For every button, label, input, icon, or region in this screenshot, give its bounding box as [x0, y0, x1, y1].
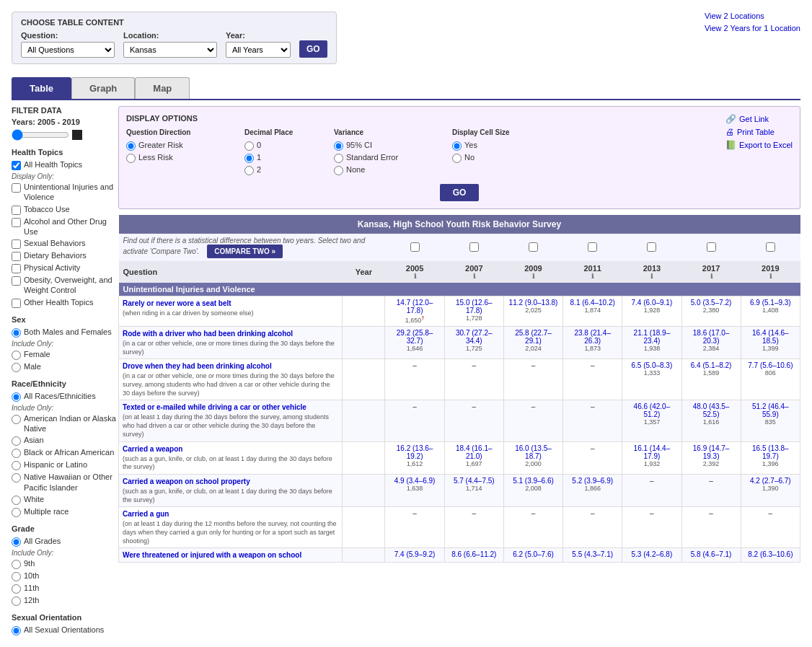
alcohol-drug-checkbox[interactable] — [12, 218, 21, 227]
display-options-title: DISPLAY OPTIONS — [126, 114, 793, 123]
ci-95-radio[interactable] — [334, 141, 343, 151]
table-row: Carried a gun(on at least 1 day during t… — [119, 507, 800, 548]
obesity-checkbox[interactable] — [12, 276, 21, 286]
checkbox-2007[interactable] — [444, 234, 503, 261]
section-header-row: Unintentional Injuries and Violence — [119, 283, 800, 296]
asian-radio[interactable] — [12, 436, 21, 446]
year-label-cell — [343, 441, 385, 474]
male-label: Male — [24, 361, 41, 371]
sexual-behaviors-checkbox[interactable] — [12, 239, 21, 249]
question-col-header: Question — [119, 261, 343, 283]
other-health-topics-label: Other Health Topics — [24, 297, 93, 307]
hispanic-radio[interactable] — [12, 461, 21, 470]
cell-size-no-radio[interactable] — [452, 154, 462, 163]
checkbox-2009[interactable] — [503, 234, 562, 261]
table-row: Were threatened or injured with a weapon… — [119, 548, 800, 563]
greater-risk-radio[interactable] — [126, 141, 136, 151]
checkbox-2005[interactable] — [385, 234, 444, 261]
multiple-race-radio[interactable] — [12, 508, 21, 517]
filter-sidebar: FILTER DATA Years: 2005 - 2019 Health To… — [12, 106, 118, 643]
data-cell: 7.4 (6.0–9.1)1,928 — [622, 296, 681, 327]
question-select[interactable]: All Questions — [21, 42, 115, 58]
print-table-link[interactable]: 🖨 Print Table — [725, 127, 793, 137]
get-link-link[interactable]: 🔗 Get Link — [725, 114, 793, 124]
tab-table[interactable]: Table — [12, 77, 71, 99]
american-indian-label: American Indian or Alaska Native — [24, 413, 118, 434]
data-cell: – — [444, 507, 503, 548]
race-include-label: Include Only: — [12, 404, 118, 412]
all-orientations-radio[interactable] — [12, 626, 21, 635]
checkbox-2013[interactable] — [622, 234, 681, 261]
all-health-topics-checkbox[interactable] — [12, 161, 21, 170]
tobacco-use-checkbox[interactable] — [12, 206, 21, 215]
grade-10-radio[interactable] — [12, 572, 21, 581]
data-cell: 6.4 (5.1–8.2)1,589 — [681, 359, 741, 400]
data-cell: 16.0 (13.5–18.7)2,000 — [503, 441, 562, 474]
grade-9-radio[interactable] — [12, 560, 21, 569]
compare-two-button[interactable]: COMPARE TWO » — [207, 245, 283, 258]
year-label-cell — [343, 548, 385, 563]
checkbox-2011[interactable] — [563, 234, 622, 261]
export-excel-link[interactable]: 📗 Export to Excel — [725, 140, 793, 150]
years-end-marker — [72, 130, 82, 140]
data-cell: – — [503, 359, 562, 400]
data-cell: 15.0 (12.6–17.8)1,728 — [444, 296, 503, 327]
data-cell: 11.2 (9.0–13.8)2,025 — [503, 296, 562, 327]
tab-map[interactable]: Map — [135, 77, 190, 99]
grade-12-radio[interactable] — [12, 597, 21, 606]
data-cell: 23.8 (21.4–26.3)1,873 — [563, 327, 622, 359]
grade-12-label: 12th — [24, 595, 39, 605]
tab-graph[interactable]: Graph — [71, 77, 135, 99]
data-cell: 51.2 (46.4–55.9)835 — [741, 400, 800, 441]
all-races-label: All Races/Ethnicities — [24, 391, 96, 401]
std-error-radio[interactable] — [334, 154, 343, 163]
less-risk-radio[interactable] — [126, 154, 136, 163]
physical-activity-checkbox[interactable] — [12, 264, 21, 273]
all-grades-radio[interactable] — [12, 537, 21, 547]
display-go-button[interactable]: GO — [440, 184, 480, 201]
years-range-slider[interactable] — [12, 129, 69, 141]
native-hawaiian-radio[interactable] — [12, 473, 21, 483]
year-label-cell — [343, 296, 385, 327]
choose-table-content: CHOOSE TABLE CONTENT Question: All Quest… — [12, 12, 337, 64]
female-radio[interactable] — [12, 351, 21, 360]
year-select[interactable]: All Years — [226, 42, 291, 58]
display-only-label: Display Only: — [12, 172, 118, 180]
other-health-topics-checkbox[interactable] — [12, 299, 21, 308]
question-cell: Drove when they had been drinking alcoho… — [119, 359, 343, 400]
dietary-behaviors-checkbox[interactable] — [12, 252, 21, 261]
decimal-1-radio[interactable] — [244, 154, 254, 163]
american-indian-radio[interactable] — [12, 415, 21, 424]
both-sexes-radio[interactable] — [12, 328, 21, 338]
data-cell: 4.2 (2.7–6.7)1,390 — [741, 474, 800, 506]
view-2-locations-link[interactable]: View 2 Locations — [705, 12, 800, 20]
black-radio[interactable] — [12, 449, 21, 458]
display-options-panel: DISPLAY OPTIONS 🔗 Get Link 🖨 Print Table… — [118, 106, 800, 209]
cell-size-yes-radio[interactable] — [452, 141, 462, 151]
all-races-radio[interactable] — [12, 392, 21, 402]
checkbox-2019[interactable] — [741, 234, 800, 261]
choose-table-title: CHOOSE TABLE CONTENT — [21, 18, 327, 27]
data-cell: – — [563, 441, 622, 474]
grade-10-label: 10th — [24, 571, 39, 581]
none-variance-radio[interactable] — [334, 166, 343, 175]
location-select[interactable]: Kansas — [123, 42, 217, 58]
view-2-years-link[interactable]: View 2 Years for 1 Location — [705, 24, 800, 32]
tobacco-use-label: Tobacco Use — [24, 204, 70, 214]
data-cell: – — [503, 507, 562, 548]
white-radio[interactable] — [12, 496, 21, 505]
grade-11-radio[interactable] — [12, 584, 21, 594]
data-cell: – — [563, 400, 622, 441]
decimal-0-radio[interactable] — [244, 141, 254, 151]
unintentional-injuries-checkbox[interactable] — [12, 183, 21, 193]
sexual-behaviors-label: Sexual Behaviors — [24, 238, 86, 248]
male-radio[interactable] — [12, 363, 21, 372]
sex-include-label: Include Only: — [12, 340, 118, 348]
checkbox-2017[interactable] — [681, 234, 741, 261]
year-2005-header: 2005 ℹ — [385, 261, 444, 283]
top-go-button[interactable]: GO — [299, 40, 327, 58]
decimal-2-radio[interactable] — [244, 166, 254, 175]
data-cell: 16.4 (14.6–18.5)1,399 — [741, 327, 800, 359]
variance-label: Variance — [334, 128, 449, 136]
compare-text-cell: Find out if there is a statistical diffe… — [119, 234, 385, 261]
